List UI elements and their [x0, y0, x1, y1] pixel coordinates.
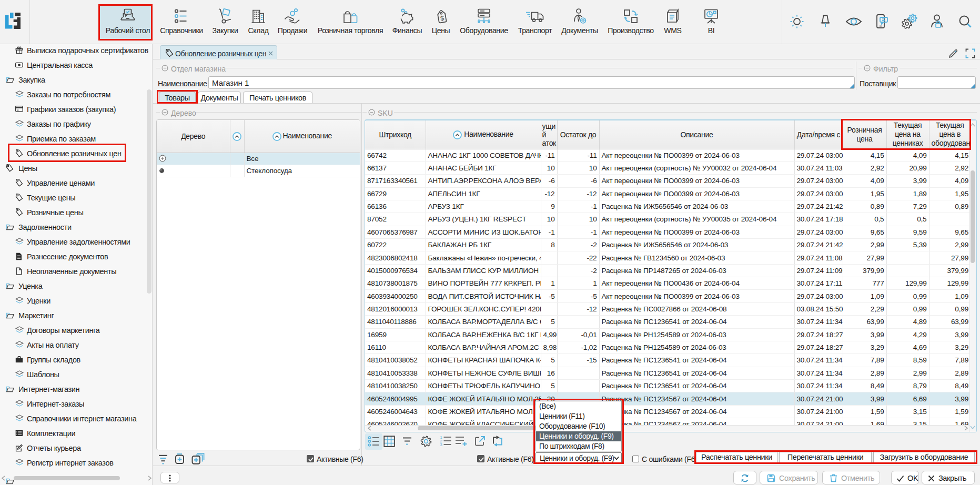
svg-text:$: $: [440, 15, 444, 23]
svg-text:3: 3: [440, 442, 442, 447]
